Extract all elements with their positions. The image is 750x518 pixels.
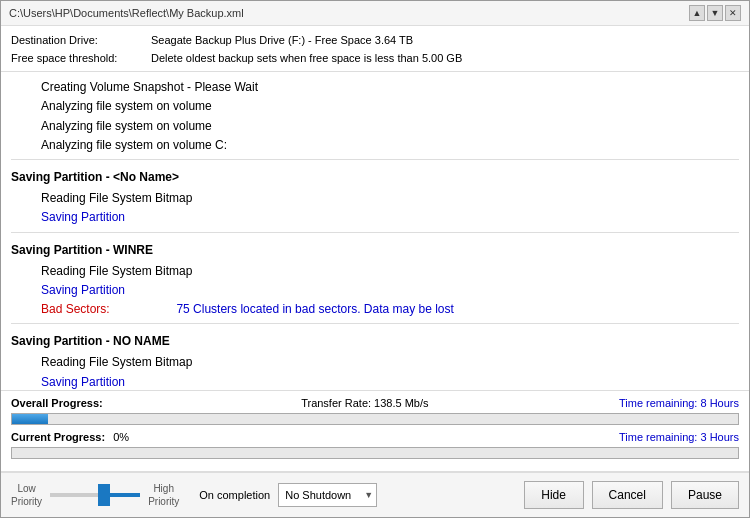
- log-line: Reading File System Bitmap: [11, 353, 739, 372]
- section-header-3: Saving Partition - NO NAME: [11, 332, 739, 351]
- pause-button[interactable]: Pause: [671, 481, 739, 509]
- maximize-button[interactable]: ▼: [707, 5, 723, 21]
- high-priority-label: High Priority: [148, 482, 179, 508]
- transfer-rate: Transfer Rate: 138.5 Mb/s: [111, 397, 619, 409]
- overall-label: Overall Progress:: [11, 397, 103, 409]
- log-line: Reading File System Bitmap: [11, 189, 739, 208]
- header-info: Destination Drive: Seagate Backup Plus D…: [1, 26, 749, 72]
- close-button[interactable]: ✕: [725, 5, 741, 21]
- overall-progress-bar: [11, 413, 739, 425]
- current-label: Current Progress:: [11, 431, 105, 443]
- window-title: C:\Users\HP\Documents\Reflect\My Backup.…: [9, 7, 244, 19]
- threshold-value: Delete oldest backup sets when free spac…: [151, 50, 462, 68]
- current-pct: 0%: [113, 431, 619, 443]
- title-bar-controls: ▲ ▼ ✕: [689, 5, 741, 21]
- overall-progress-fill: [12, 414, 48, 424]
- log-line: Analyzing file system on volume: [11, 117, 739, 136]
- log-line: Analyzing file system on volume C:: [11, 136, 739, 155]
- footer: Low Priority High Priority On completion…: [1, 472, 749, 517]
- partition-section-1: Saving Partition - <No Name> Reading Fil…: [11, 168, 739, 228]
- log-line: Saving Partition: [11, 281, 739, 300]
- log-line: Analyzing file system on volume: [11, 97, 739, 116]
- partition-section-2: Saving Partition - WINRE Reading File Sy…: [11, 241, 739, 320]
- overall-progress-row: Overall Progress: Transfer Rate: 138.5 M…: [11, 397, 739, 409]
- current-time: Time remaining: 3 Hours: [619, 431, 739, 443]
- threshold-label: Free space threshold:: [11, 50, 151, 68]
- main-window: C:\Users\HP\Documents\Reflect\My Backup.…: [0, 0, 750, 518]
- overall-time: Time remaining: 8 Hours: [619, 397, 739, 409]
- section-header-2: Saving Partition - WINRE: [11, 241, 739, 260]
- low-priority-label: Low Priority: [11, 482, 42, 508]
- log-line: Saving Partition: [11, 373, 739, 391]
- on-completion-label: On completion: [199, 489, 270, 501]
- log-content: Creating Volume Snapshot - Please Wait A…: [1, 72, 749, 391]
- bad-sectors-detail: 75 Clusters located in bad sectors. Data…: [176, 302, 453, 316]
- cancel-button[interactable]: Cancel: [592, 481, 663, 509]
- priority-slider[interactable]: [50, 485, 140, 505]
- destination-value: Seagate Backup Plus Drive (F:) - Free Sp…: [151, 32, 413, 50]
- threshold-row: Free space threshold: Delete oldest back…: [11, 50, 739, 68]
- hide-button[interactable]: Hide: [524, 481, 584, 509]
- priority-slider-container[interactable]: [50, 485, 140, 505]
- progress-section: Overall Progress: Transfer Rate: 138.5 M…: [1, 391, 749, 472]
- destination-label: Destination Drive:: [11, 32, 151, 50]
- init-section: Creating Volume Snapshot - Please Wait A…: [11, 78, 739, 155]
- current-progress-bar: [11, 447, 739, 459]
- log-area[interactable]: Creating Volume Snapshot - Please Wait A…: [1, 72, 749, 391]
- title-bar: C:\Users\HP\Documents\Reflect\My Backup.…: [1, 1, 749, 26]
- shutdown-select[interactable]: No Shutdown Shutdown Restart Hibernate S…: [278, 483, 377, 507]
- log-line: Saving Partition: [11, 208, 739, 227]
- partition-section-3: Saving Partition - NO NAME Reading File …: [11, 332, 739, 391]
- destination-row: Destination Drive: Seagate Backup Plus D…: [11, 32, 739, 50]
- log-line: Creating Volume Snapshot - Please Wait: [11, 78, 739, 97]
- shutdown-select-wrapper[interactable]: No Shutdown Shutdown Restart Hibernate S…: [278, 483, 377, 507]
- minimize-button[interactable]: ▲: [689, 5, 705, 21]
- log-line-bad-sectors: Bad Sectors: 75 Clusters located in bad …: [11, 300, 739, 319]
- current-progress-row: Current Progress: 0% Time remaining: 3 H…: [11, 431, 739, 443]
- section-header-1: Saving Partition - <No Name>: [11, 168, 739, 187]
- log-line: Reading File System Bitmap: [11, 262, 739, 281]
